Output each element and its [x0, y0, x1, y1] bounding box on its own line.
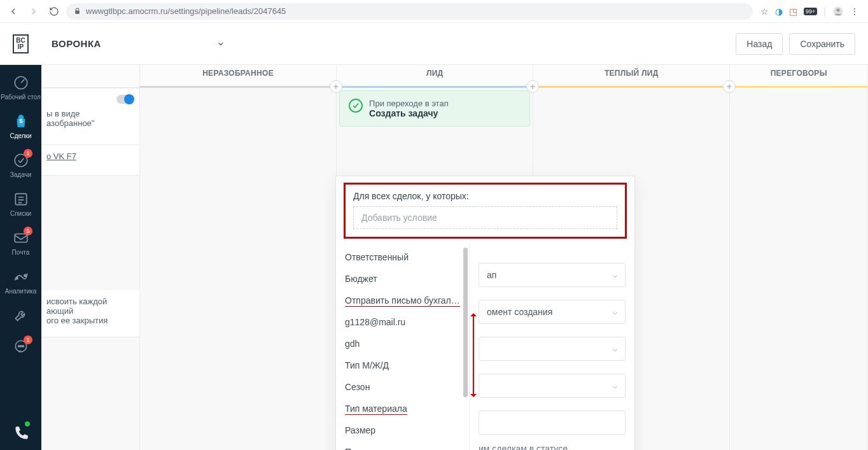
- add-stage-button[interactable]: +: [330, 80, 342, 93]
- svg-point-11: [20, 346, 21, 347]
- dropdown-scrollbar[interactable]: [463, 248, 468, 450]
- dropdown-item[interactable]: Тип М/Ж/Д: [336, 355, 469, 376]
- left-column: ы в виде азобранное" о VK F7 исвоить каж…: [41, 88, 140, 450]
- dropdown-item[interactable]: Примечание: [336, 441, 469, 450]
- status-text: им сделкам в статусе: [479, 444, 626, 450]
- dropdown-item[interactable]: g1128@mail.ru: [336, 311, 469, 333]
- condition-dropdown: Ответственный Бюджет Отправить письмо бу…: [336, 244, 470, 450]
- mail-badge: 5: [24, 227, 32, 236]
- select-5[interactable]: [479, 411, 626, 435]
- profile-icon[interactable]: [832, 6, 844, 17]
- chevron-down-icon: ⌵: [613, 381, 617, 390]
- ext-badge[interactable]: 99+: [804, 8, 817, 15]
- browser-url-bar[interactable]: wwwgtlbpc.amocrm.ru/settings/pipeline/le…: [66, 3, 753, 20]
- chevron-down-icon: ⌵: [613, 271, 617, 279]
- add-condition-input[interactable]: Добавить условие: [353, 206, 617, 229]
- svg-point-12: [22, 346, 24, 347]
- back-button[interactable]: Назад: [736, 33, 783, 55]
- sidebar-item-desktop[interactable]: Рабочий стол: [0, 69, 41, 108]
- condition-title: Для всех сделок, у которых:: [353, 191, 617, 201]
- condition-box: Для всех сделок, у которых: Добавить усл…: [344, 183, 627, 239]
- browser-forward-button[interactable]: [25, 3, 42, 20]
- stage-warm-lead[interactable]: ТЕПЛЫЙ ЛИД +: [533, 65, 730, 88]
- dropdown-list: Ответственный Бюджет Отправить письмо бу…: [336, 244, 469, 450]
- save-button[interactable]: Сохранить: [789, 33, 855, 55]
- browser-back-button[interactable]: [5, 3, 22, 20]
- card-vk[interactable]: о VK F7: [41, 145, 139, 176]
- analytics-icon: [12, 268, 30, 286]
- sidebar-item-phone[interactable]: [0, 419, 41, 450]
- sidebar-item-tasks[interactable]: 1 Задачи: [0, 146, 41, 185]
- svg-point-1: [836, 8, 839, 11]
- menu-icon[interactable]: ⋮: [850, 6, 859, 17]
- page-title: ВОРОНКА: [52, 38, 101, 49]
- browser-toolbar: wwwgtlbpc.amocrm.ru/settings/pipeline/le…: [0, 0, 868, 23]
- app-header: BCIP ВОРОНКА Назад Сохранить: [0, 23, 868, 65]
- gauge-icon: [12, 74, 30, 92]
- stage-lead[interactable]: ЛИД +: [337, 65, 533, 88]
- scroll-hint-arrow: [473, 314, 474, 397]
- trigger-card[interactable]: При переходе в этап Создать задачу: [339, 90, 530, 127]
- svg-rect-6: [15, 234, 27, 243]
- tasks-badge: 1: [24, 149, 32, 158]
- sidebar-item-chat[interactable]: 1: [0, 333, 41, 364]
- browser-url-text: wwwgtlbpc.amocrm.ru/settings/pipeline/le…: [86, 6, 286, 16]
- browser-reload-button[interactable]: [46, 3, 62, 20]
- chevron-down-icon: ⌵: [613, 344, 617, 353]
- dropdown-item[interactable]: Бюджет: [336, 268, 469, 290]
- form-column: ап ⌵ омент создания ⌵ ⌵ ⌵: [470, 244, 634, 450]
- sidebar-item-mail[interactable]: 5 Почта: [0, 224, 41, 263]
- svg-point-7: [15, 278, 17, 279]
- phone-icon: [12, 424, 30, 442]
- dropdown-item[interactable]: gdh: [336, 333, 469, 355]
- check-icon: [349, 99, 363, 113]
- wrench-icon: [12, 307, 30, 325]
- deals-icon: $: [12, 113, 30, 130]
- online-dot: [25, 421, 30, 426]
- stage-col-unsorted: [140, 88, 337, 450]
- select-3[interactable]: ⌵: [479, 337, 626, 361]
- svg-point-8: [24, 274, 25, 276]
- stage-col-neg: [730, 88, 868, 450]
- dropdown-item[interactable]: Отправить письмо бухгал…: [336, 290, 469, 311]
- dropdown-item[interactable]: Тип материала: [336, 398, 469, 419]
- sidebar-item-settings[interactable]: [0, 302, 41, 333]
- stage-negotiations[interactable]: ПЕРЕГОВОРЫ: [730, 65, 868, 88]
- ext-icon-2[interactable]: ◳: [789, 6, 797, 17]
- toggle-switch[interactable]: [116, 95, 133, 104]
- star-icon[interactable]: ☆: [760, 6, 769, 17]
- dropdown-item[interactable]: Размер: [336, 419, 469, 441]
- svg-text:$: $: [19, 117, 23, 124]
- card-text[interactable]: исвоить каждой ающий ого ее закрытия: [41, 290, 139, 337]
- list-icon: [12, 190, 30, 208]
- trigger-settings-panel: Для всех сделок, у которых: Добавить усл…: [335, 176, 635, 450]
- select-4[interactable]: ⌵: [479, 374, 626, 398]
- chevron-down-icon[interactable]: [216, 41, 226, 47]
- lock-icon: [74, 7, 81, 15]
- sidebar-item-analytics[interactable]: Аналитика: [0, 263, 41, 302]
- divider: |: [823, 6, 826, 17]
- pipeline-stages: НЕРАЗОБРАННОЕ + ЛИД + ТЕПЛЫЙ ЛИД + ПЕРЕГ…: [41, 65, 868, 88]
- svg-point-10: [18, 346, 19, 347]
- sidebar-item-lists[interactable]: Списки: [0, 185, 41, 224]
- dropdown-item[interactable]: Ответственный: [336, 246, 469, 268]
- chevron-down-icon: ⌵: [613, 307, 617, 316]
- select-stage[interactable]: ап ⌵: [479, 263, 626, 287]
- sidebar: Рабочий стол $ Сделки 1 Задачи Списки 5: [0, 65, 41, 450]
- ext-icon-1[interactable]: ◑: [775, 6, 783, 17]
- app-logo[interactable]: BCIP: [0, 23, 41, 65]
- chat-badge: 1: [24, 335, 32, 344]
- stage-unsorted[interactable]: НЕРАЗОБРАННОЕ +: [140, 65, 337, 88]
- browser-extensions: ☆ ◑ ◳ 99+ | ⋮: [757, 6, 863, 17]
- sidebar-item-deals[interactable]: $ Сделки: [0, 108, 41, 146]
- select-moment[interactable]: омент создания ⌵: [479, 300, 626, 324]
- dropdown-item[interactable]: Сезон: [336, 376, 469, 398]
- card-incoming[interactable]: ы в виде азобранное": [41, 88, 139, 145]
